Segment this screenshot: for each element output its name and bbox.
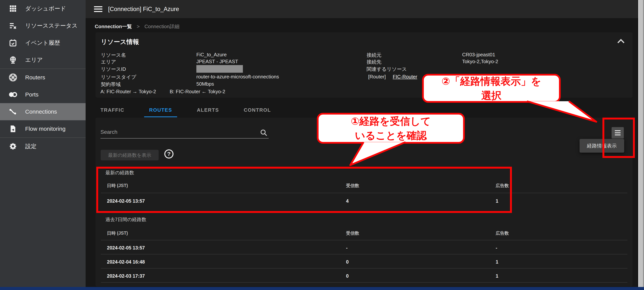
sidebar-item-label: エリア [25, 56, 43, 64]
table-cell-advertised: 1 [496, 273, 498, 279]
sidebar-item-routers[interactable]: Routers [0, 69, 86, 86]
app-header: [Connection] FiC_to_Azure [86, 0, 638, 18]
field-label: リソースID [101, 66, 126, 72]
callout-text: 選択 [482, 88, 502, 103]
resource-status-icon [8, 21, 18, 30]
sidebar-item-label: ダッシュボード [25, 5, 66, 12]
sidebar-item-label: Flow monitoring [25, 126, 66, 132]
related-resource-type: [Router] [368, 74, 386, 80]
search-underline [100, 138, 268, 139]
field-label: 接続先 [366, 59, 382, 65]
table-cell-datetime: 2024-02-04 16:48 [107, 259, 145, 265]
callout-text: ②「経路情報表示」を [442, 74, 541, 88]
callout-text: ①経路を受信して [351, 114, 431, 128]
column-header-advertised: 広告数 [496, 230, 509, 236]
annotation-callout-1: ①経路を受信して いることを確認 [317, 113, 465, 144]
table-cell-advertised: 1 [496, 259, 498, 265]
direction-b-label: B: FIC-Router ← Tokyo-2 [170, 89, 225, 95]
detail-tabs: TRAFFIC ROUTES ALERTS CONTROL [96, 105, 276, 117]
column-header-datetime: 日時 (JST) [107, 183, 128, 189]
field-value: CR03-jpeast01 [462, 52, 495, 58]
field-label: エリア [101, 59, 116, 65]
field-label: リソース名 [101, 52, 126, 58]
table-cell-received: 4 [346, 198, 349, 204]
dashboard-grid-icon [8, 4, 18, 13]
breadcrumb-connection-detail: Connection詳細 [144, 24, 180, 29]
connection-detail-page: ダッシュボード リソースステータス イベント履歴 [0, 0, 644, 290]
table-cell-received: 0 [346, 259, 349, 265]
sidebar-item-label: Routers [25, 74, 45, 81]
column-header-received: 受信数 [346, 183, 359, 189]
table-divider [101, 268, 628, 269]
tab-routes[interactable]: ROUTES [144, 105, 177, 117]
tab-traffic[interactable]: TRAFFIC [96, 105, 129, 117]
table-cell-datetime: 2024-02-03 17:37 [107, 273, 145, 279]
sidebar-item-area[interactable]: エリア [0, 51, 86, 68]
sidebar-item-label: Connections [25, 109, 57, 115]
field-value: JPEAST - JPEAST [196, 59, 238, 64]
field-label: 契約帯域 [101, 81, 121, 88]
field-value: 50Mbps [196, 81, 214, 87]
show-latest-routes-button[interactable]: 最新の経路数を表示 [101, 150, 158, 160]
hamburger-menu-icon[interactable] [94, 6, 102, 12]
week-routes-table-title: 過去7日間の経路数 [106, 216, 146, 223]
event-history-calendar-icon [8, 38, 18, 47]
sidebar-item-dashboard[interactable]: ダッシュボード [0, 0, 86, 17]
related-resource-link[interactable]: FIC-Router [393, 74, 417, 80]
table-divider [101, 240, 628, 240]
annotation-callout-2: ②「経路情報表示」を 選択 [422, 74, 561, 103]
table-cell-advertised: - [496, 245, 497, 251]
tab-alerts[interactable]: ALERTS [192, 105, 224, 117]
column-header-received: 受信数 [346, 230, 359, 236]
table-divider [101, 193, 628, 193]
settings-gear-icon [8, 142, 18, 151]
column-header-datetime: 日時 (JST) [107, 230, 128, 236]
table-divider [101, 282, 628, 283]
table-cell-advertised: 1 [496, 198, 498, 204]
sidebar-item-resource-status[interactable]: リソースステータス [0, 17, 86, 34]
page-scrollbar[interactable] [638, 0, 644, 287]
latest-routes-table-title: 最新の経路数 [106, 169, 134, 176]
page-title: [Connection] FiC_to_Azure [108, 6, 179, 12]
routers-icon [8, 73, 18, 82]
sidebar-item-label: イベント履歴 [25, 39, 60, 47]
connections-icon [8, 107, 18, 116]
ports-icon [8, 90, 18, 99]
breadcrumb-separator: > [137, 24, 140, 29]
field-label: 接続元 [366, 52, 382, 58]
breadcrumb: Connection一覧 > Connection詳細 [95, 23, 180, 30]
area-globe-icon [8, 55, 18, 64]
tab-control[interactable]: CONTROL [239, 105, 276, 117]
sidebar-item-event-history[interactable]: イベント履歴 [0, 34, 86, 51]
field-label: 関連するリソース [366, 66, 407, 72]
collapse-chevron-icon[interactable] [618, 39, 624, 46]
sidebar-item-connections[interactable]: Connections [0, 103, 86, 120]
table-cell-datetime: 2024-02-05 13:57 [107, 245, 145, 251]
sidebar-item-flow-monitoring[interactable]: Flow monitoring [0, 120, 86, 138]
field-value: Tokyo-2,Tokyo-2 [462, 59, 498, 64]
resource-info-title: リソース情報 [101, 38, 139, 46]
sidebar-item-label: Ports [25, 91, 38, 98]
direction-a-label: A: FIC-Router → Tokyo-2 [100, 89, 156, 95]
search-input[interactable]: Search [100, 129, 118, 135]
help-icon[interactable]: ? [164, 149, 174, 158]
table-cell-received: - [346, 245, 348, 251]
field-value: router-to-azure-microsoft-connections [196, 74, 279, 80]
sidebar-item-label: リソースステータス [25, 22, 78, 30]
sidebar-item-label: 設定 [25, 143, 36, 150]
table-cell-datetime: 2024-02-05 13:57 [107, 198, 145, 204]
sidebar: ダッシュボード リソースステータス イベント履歴 [0, 0, 86, 287]
resource-id-redacted [196, 65, 243, 73]
sidebar-item-ports[interactable]: Ports [0, 86, 86, 103]
flow-monitoring-icon [8, 124, 18, 133]
field-label: リソースタイプ [101, 74, 136, 81]
field-value: FiC_to_Azure [196, 52, 227, 58]
sidebar-item-settings[interactable]: 設定 [0, 138, 86, 155]
search-icon[interactable] [260, 129, 268, 138]
callout-text: いることを確認 [355, 128, 427, 143]
breadcrumb-connection-list[interactable]: Connection一覧 [95, 24, 132, 29]
table-menu-icon[interactable] [612, 127, 624, 139]
route-info-menu-item[interactable]: 経路情報表示 [580, 139, 624, 152]
column-header-advertised: 広告数 [496, 183, 509, 189]
bottom-window-edge [0, 287, 644, 290]
